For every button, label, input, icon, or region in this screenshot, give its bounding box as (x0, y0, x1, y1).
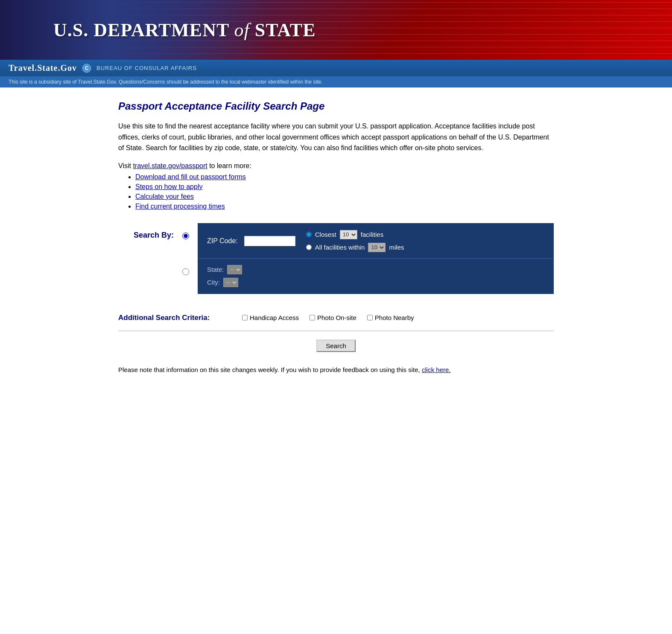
state-line: State: -- (207, 265, 544, 274)
zip-row: ZIP Code: Closest 5 10 20 30 50 facil (199, 224, 553, 259)
zip-radio[interactable] (182, 233, 189, 239)
svg-text:C: C (85, 65, 89, 71)
city-label: City: (207, 279, 220, 286)
zip-input[interactable] (244, 236, 295, 246)
all-facilities-radio[interactable] (306, 244, 312, 250)
visit-text: Visit travel.state.gov/passport to learn… (118, 162, 554, 170)
all-facilities-label: All facilities within (315, 244, 365, 251)
passport-forms-link[interactable]: Download and fill out passport forms (135, 173, 246, 180)
closest-option: Closest 5 10 20 30 50 facilities (306, 230, 404, 239)
closest-label: Closest (315, 231, 336, 238)
nav-title: Travel.State.Gov (9, 63, 77, 73)
footer-note-text: Please note that information on this sit… (118, 366, 420, 373)
header-title: U.S. Department of State (53, 19, 316, 41)
header-banner: 🦅 ★ ★ ★ ★ ★ ★ ★ ★ ★ ★ ★ ★ ★ UNITED STATE… (0, 0, 672, 60)
footer-note: Please note that information on this sit… (118, 365, 554, 375)
description-text: Use this site to find the nearest accept… (118, 121, 554, 154)
photo-onsite-checkbox[interactable] (310, 315, 315, 320)
all-facilities-option: All facilities within 5 10 20 30 50 mile… (306, 243, 404, 252)
svg-point-0 (9, 12, 46, 48)
svg-text:★ ★ ★ ★ ★ ★ ★ ★ ★ ★ ★ ★ ★: ★ ★ ★ ★ ★ ★ ★ ★ ★ ★ ★ ★ ★ (9, 11, 10, 11)
search-button[interactable]: Search (316, 340, 356, 352)
additional-criteria-label: Additional Search Criteria: (118, 314, 234, 322)
search-panel: ZIP Code: Closest 5 10 20 30 50 facil (198, 223, 554, 294)
subsidiary-notice: This site is a subsidiary site of Travel… (9, 79, 663, 85)
photo-onsite-option[interactable]: Photo On-site (310, 314, 356, 321)
closest-radio[interactable] (306, 232, 312, 237)
travel-state-link[interactable]: travel.state.gov/passport (133, 162, 207, 169)
list-item: Find current processing times (135, 203, 554, 210)
state-label: State: (207, 266, 224, 273)
department-seal: 🦅 ★ ★ ★ ★ ★ ★ ★ ★ ★ ★ ★ ★ ★ UNITED STATE… (9, 11, 47, 49)
closest-count-select[interactable]: 5 10 20 30 50 (340, 230, 357, 239)
facilities-label: facilities (361, 231, 383, 238)
nav-bar: Travel.State.Gov C Bureau of Consular Af… (0, 60, 672, 76)
city-select[interactable]: -- (223, 278, 238, 287)
list-item: Download and fill out passport forms (135, 173, 554, 181)
svg-text:DEPARTMENT OF STATE: DEPARTMENT OF STATE (16, 17, 39, 19)
miles-label: miles (389, 244, 404, 251)
handicap-option[interactable]: Handicap Access (242, 314, 299, 321)
subsidiary-bar: This site is a subsidiary site of Travel… (0, 76, 672, 87)
state-city-row: State: -- City: -- (199, 259, 553, 293)
visit-prefix: Visit (118, 162, 131, 169)
processing-times-link[interactable]: Find current processing times (135, 203, 225, 210)
zip-options-group: Closest 5 10 20 30 50 facilities All fac… (306, 230, 404, 252)
list-item: Steps on how to apply (135, 183, 554, 191)
zip-label: ZIP Code: (207, 237, 238, 245)
divider (118, 331, 554, 331)
photo-nearby-checkbox[interactable] (367, 315, 373, 320)
photo-nearby-option[interactable]: Photo Nearby (367, 314, 414, 321)
search-by-label: Search By: (118, 223, 174, 240)
nav-icon: C (82, 64, 91, 73)
svg-point-1 (11, 13, 44, 47)
feedback-link[interactable]: click here. (422, 366, 451, 373)
criteria-options: Handicap Access Photo On-site Photo Near… (242, 314, 414, 321)
miles-count-select[interactable]: 5 10 20 30 50 (368, 243, 386, 252)
list-item: Calculate your fees (135, 193, 554, 201)
search-button-row: Search (118, 340, 554, 352)
handicap-label: Handicap Access (250, 314, 299, 321)
calculate-fees-link[interactable]: Calculate your fees (135, 193, 194, 200)
photo-onsite-label: Photo On-site (317, 314, 356, 321)
state-select[interactable]: -- (227, 265, 242, 274)
photo-nearby-label: Photo Nearby (375, 314, 414, 321)
handicap-checkbox[interactable] (242, 315, 248, 320)
page-title: Passport Acceptance Facility Search Page (118, 100, 554, 112)
state-radio[interactable] (182, 268, 189, 275)
svg-text:UNITED STATES OF AMERICA: UNITED STATES OF AMERICA (14, 44, 41, 47)
nav-bureau: Bureau of Consular Affairs (96, 65, 197, 71)
search-section: Search By: ZIP Code: Closest 5 10 20 (118, 223, 554, 301)
main-content: Passport Acceptance Facility Search Page… (101, 87, 571, 388)
city-line: City: -- (207, 278, 544, 287)
learn-more-list: Download and fill out passport forms Ste… (135, 173, 554, 210)
additional-criteria: Additional Search Criteria: Handicap Acc… (118, 309, 554, 322)
radio-column (182, 223, 189, 301)
how-to-apply-link[interactable]: Steps on how to apply (135, 183, 202, 190)
visit-suffix: to learn more: (209, 162, 251, 169)
svg-text:🦅: 🦅 (19, 21, 37, 38)
